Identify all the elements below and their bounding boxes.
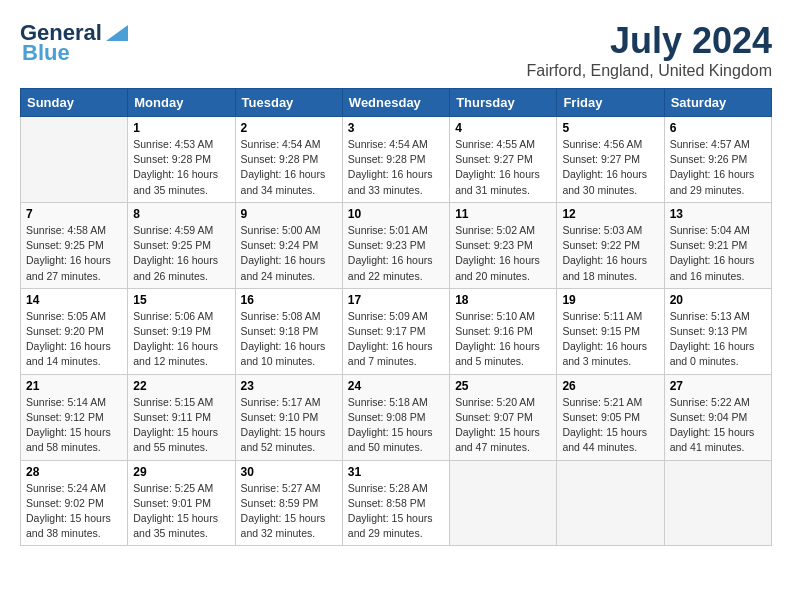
calendar-week-row: 21Sunrise: 5:14 AM Sunset: 9:12 PM Dayli…: [21, 374, 772, 460]
svg-marker-0: [106, 25, 128, 41]
day-info: Sunrise: 5:14 AM Sunset: 9:12 PM Dayligh…: [26, 395, 122, 456]
calendar-cell: 20Sunrise: 5:13 AM Sunset: 9:13 PM Dayli…: [664, 288, 771, 374]
day-number: 12: [562, 207, 658, 221]
page-header: General Blue July 2024 Fairford, England…: [20, 20, 772, 80]
calendar-cell: [557, 460, 664, 546]
day-info: Sunrise: 5:06 AM Sunset: 9:19 PM Dayligh…: [133, 309, 229, 370]
calendar-cell: 14Sunrise: 5:05 AM Sunset: 9:20 PM Dayli…: [21, 288, 128, 374]
calendar-cell: 4Sunrise: 4:55 AM Sunset: 9:27 PM Daylig…: [450, 117, 557, 203]
column-header-monday: Monday: [128, 89, 235, 117]
calendar-week-row: 14Sunrise: 5:05 AM Sunset: 9:20 PM Dayli…: [21, 288, 772, 374]
day-info: Sunrise: 5:11 AM Sunset: 9:15 PM Dayligh…: [562, 309, 658, 370]
calendar-cell: 26Sunrise: 5:21 AM Sunset: 9:05 PM Dayli…: [557, 374, 664, 460]
day-info: Sunrise: 5:03 AM Sunset: 9:22 PM Dayligh…: [562, 223, 658, 284]
logo: General Blue: [20, 20, 128, 66]
calendar-cell: 3Sunrise: 4:54 AM Sunset: 9:28 PM Daylig…: [342, 117, 449, 203]
day-number: 4: [455, 121, 551, 135]
day-number: 22: [133, 379, 229, 393]
calendar-cell: 27Sunrise: 5:22 AM Sunset: 9:04 PM Dayli…: [664, 374, 771, 460]
day-number: 11: [455, 207, 551, 221]
calendar-cell: 23Sunrise: 5:17 AM Sunset: 9:10 PM Dayli…: [235, 374, 342, 460]
day-number: 31: [348, 465, 444, 479]
calendar-cell: [664, 460, 771, 546]
calendar-cell: [21, 117, 128, 203]
calendar-cell: 22Sunrise: 5:15 AM Sunset: 9:11 PM Dayli…: [128, 374, 235, 460]
day-number: 29: [133, 465, 229, 479]
day-number: 27: [670, 379, 766, 393]
day-info: Sunrise: 5:22 AM Sunset: 9:04 PM Dayligh…: [670, 395, 766, 456]
calendar-cell: 17Sunrise: 5:09 AM Sunset: 9:17 PM Dayli…: [342, 288, 449, 374]
day-info: Sunrise: 5:00 AM Sunset: 9:24 PM Dayligh…: [241, 223, 337, 284]
day-number: 24: [348, 379, 444, 393]
column-header-thursday: Thursday: [450, 89, 557, 117]
day-info: Sunrise: 5:24 AM Sunset: 9:02 PM Dayligh…: [26, 481, 122, 542]
day-info: Sunrise: 5:27 AM Sunset: 8:59 PM Dayligh…: [241, 481, 337, 542]
calendar-cell: 6Sunrise: 4:57 AM Sunset: 9:26 PM Daylig…: [664, 117, 771, 203]
calendar-cell: 28Sunrise: 5:24 AM Sunset: 9:02 PM Dayli…: [21, 460, 128, 546]
calendar-cell: 24Sunrise: 5:18 AM Sunset: 9:08 PM Dayli…: [342, 374, 449, 460]
calendar-cell: 12Sunrise: 5:03 AM Sunset: 9:22 PM Dayli…: [557, 202, 664, 288]
calendar-cell: 13Sunrise: 5:04 AM Sunset: 9:21 PM Dayli…: [664, 202, 771, 288]
calendar-cell: 8Sunrise: 4:59 AM Sunset: 9:25 PM Daylig…: [128, 202, 235, 288]
calendar-week-row: 1Sunrise: 4:53 AM Sunset: 9:28 PM Daylig…: [21, 117, 772, 203]
day-info: Sunrise: 4:57 AM Sunset: 9:26 PM Dayligh…: [670, 137, 766, 198]
calendar-cell: 11Sunrise: 5:02 AM Sunset: 9:23 PM Dayli…: [450, 202, 557, 288]
day-info: Sunrise: 5:18 AM Sunset: 9:08 PM Dayligh…: [348, 395, 444, 456]
day-info: Sunrise: 4:58 AM Sunset: 9:25 PM Dayligh…: [26, 223, 122, 284]
day-number: 9: [241, 207, 337, 221]
column-header-friday: Friday: [557, 89, 664, 117]
calendar-cell: 16Sunrise: 5:08 AM Sunset: 9:18 PM Dayli…: [235, 288, 342, 374]
logo-blue-text: Blue: [20, 40, 70, 66]
day-number: 14: [26, 293, 122, 307]
day-number: 16: [241, 293, 337, 307]
calendar-cell: 30Sunrise: 5:27 AM Sunset: 8:59 PM Dayli…: [235, 460, 342, 546]
calendar-cell: 29Sunrise: 5:25 AM Sunset: 9:01 PM Dayli…: [128, 460, 235, 546]
day-number: 26: [562, 379, 658, 393]
calendar-week-row: 28Sunrise: 5:24 AM Sunset: 9:02 PM Dayli…: [21, 460, 772, 546]
column-header-saturday: Saturday: [664, 89, 771, 117]
day-number: 20: [670, 293, 766, 307]
day-number: 15: [133, 293, 229, 307]
day-info: Sunrise: 5:17 AM Sunset: 9:10 PM Dayligh…: [241, 395, 337, 456]
calendar-cell: 9Sunrise: 5:00 AM Sunset: 9:24 PM Daylig…: [235, 202, 342, 288]
calendar-cell: 1Sunrise: 4:53 AM Sunset: 9:28 PM Daylig…: [128, 117, 235, 203]
day-number: 6: [670, 121, 766, 135]
day-number: 7: [26, 207, 122, 221]
calendar-cell: 19Sunrise: 5:11 AM Sunset: 9:15 PM Dayli…: [557, 288, 664, 374]
day-number: 19: [562, 293, 658, 307]
day-info: Sunrise: 4:54 AM Sunset: 9:28 PM Dayligh…: [241, 137, 337, 198]
day-number: 5: [562, 121, 658, 135]
calendar-week-row: 7Sunrise: 4:58 AM Sunset: 9:25 PM Daylig…: [21, 202, 772, 288]
location-title: Fairford, England, United Kingdom: [527, 62, 772, 80]
day-info: Sunrise: 4:56 AM Sunset: 9:27 PM Dayligh…: [562, 137, 658, 198]
title-area: July 2024 Fairford, England, United King…: [527, 20, 772, 80]
day-info: Sunrise: 4:55 AM Sunset: 9:27 PM Dayligh…: [455, 137, 551, 198]
day-number: 3: [348, 121, 444, 135]
month-title: July 2024: [527, 20, 772, 62]
calendar-cell: 5Sunrise: 4:56 AM Sunset: 9:27 PM Daylig…: [557, 117, 664, 203]
day-number: 13: [670, 207, 766, 221]
calendar-header-row: SundayMondayTuesdayWednesdayThursdayFrid…: [21, 89, 772, 117]
day-info: Sunrise: 5:05 AM Sunset: 9:20 PM Dayligh…: [26, 309, 122, 370]
day-number: 23: [241, 379, 337, 393]
day-number: 21: [26, 379, 122, 393]
day-number: 30: [241, 465, 337, 479]
day-info: Sunrise: 5:25 AM Sunset: 9:01 PM Dayligh…: [133, 481, 229, 542]
day-number: 28: [26, 465, 122, 479]
calendar-table: SundayMondayTuesdayWednesdayThursdayFrid…: [20, 88, 772, 546]
column-header-tuesday: Tuesday: [235, 89, 342, 117]
day-info: Sunrise: 4:53 AM Sunset: 9:28 PM Dayligh…: [133, 137, 229, 198]
day-info: Sunrise: 5:28 AM Sunset: 8:58 PM Dayligh…: [348, 481, 444, 542]
day-info: Sunrise: 5:20 AM Sunset: 9:07 PM Dayligh…: [455, 395, 551, 456]
day-number: 2: [241, 121, 337, 135]
calendar-cell: 15Sunrise: 5:06 AM Sunset: 9:19 PM Dayli…: [128, 288, 235, 374]
calendar-cell: 25Sunrise: 5:20 AM Sunset: 9:07 PM Dayli…: [450, 374, 557, 460]
day-number: 8: [133, 207, 229, 221]
day-info: Sunrise: 5:08 AM Sunset: 9:18 PM Dayligh…: [241, 309, 337, 370]
day-number: 25: [455, 379, 551, 393]
logo-icon: [106, 25, 128, 41]
calendar-cell: 18Sunrise: 5:10 AM Sunset: 9:16 PM Dayli…: [450, 288, 557, 374]
day-number: 1: [133, 121, 229, 135]
column-header-sunday: Sunday: [21, 89, 128, 117]
calendar-cell: 31Sunrise: 5:28 AM Sunset: 8:58 PM Dayli…: [342, 460, 449, 546]
